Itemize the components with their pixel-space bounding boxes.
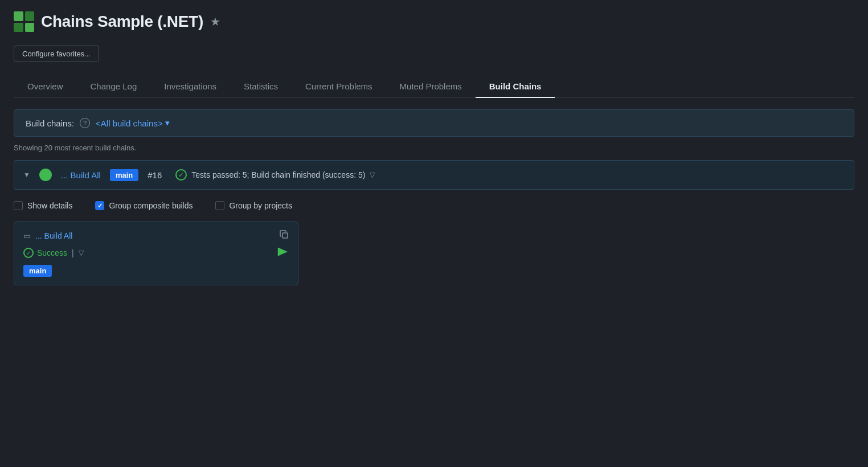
build-status-text: Tests passed: 5; Build chain finished (s… — [191, 170, 365, 179]
project-icon — [14, 11, 34, 32]
icon-cell-4 — [25, 23, 35, 32]
show-details-checkbox[interactable] — [14, 201, 23, 210]
success-check-icon: ✓ — [175, 169, 187, 181]
card-dropdown-icon[interactable]: ▽ — [79, 249, 84, 257]
card-status-text: Success — [37, 248, 67, 257]
configure-favorites-button[interactable]: Configure favorites... — [14, 46, 99, 62]
card-status: ✓ Success | ▽ — [23, 248, 84, 258]
card-status-row: ✓ Success | ▽ — [23, 247, 289, 259]
svg-rect-0 — [282, 233, 288, 238]
build-status-dot — [39, 169, 52, 181]
build-name-link[interactable]: ... Build All — [61, 170, 101, 180]
icon-cell-1 — [14, 11, 23, 21]
branch-badge[interactable]: main — [110, 169, 138, 181]
show-details-option[interactable]: Show details — [14, 201, 72, 210]
tab-overview[interactable]: Overview — [14, 76, 77, 98]
tab-build-chains[interactable]: Build Chains — [476, 76, 555, 98]
card-build-icon: ▭ — [23, 231, 31, 240]
page-header: Chains Sample (.NET) ★ — [14, 11, 854, 32]
main-content: Build chains: ? <All build chains> ▾ Sho… — [14, 98, 854, 285]
svg-marker-1 — [279, 248, 288, 256]
card-title[interactable]: ▭ ... Build All — [23, 231, 72, 240]
nav-tabs: Overview Change Log Investigations Stati… — [14, 76, 854, 98]
options-row: Show details Group composite builds Grou… — [14, 201, 854, 210]
group-by-projects-checkbox[interactable] — [215, 201, 224, 210]
icon-cell-2 — [25, 11, 35, 21]
build-chain-card: ▭ ... Build All ✓ Success | ▽ — [14, 222, 298, 285]
group-composite-option[interactable]: Group composite builds — [95, 201, 193, 210]
help-icon[interactable]: ? — [80, 118, 90, 128]
card-header: ▭ ... Build All — [23, 230, 289, 241]
dropdown-text: <All build chains> — [96, 118, 163, 128]
build-row: ▼ ... Build All main #16 ✓ Tests passed:… — [14, 160, 854, 190]
card-branch-badge[interactable]: main — [23, 265, 52, 277]
card-branch-area: main — [23, 265, 289, 277]
showing-text: Showing 20 most recent build chains. — [14, 144, 854, 152]
expand-chevron-icon[interactable]: ▼ — [23, 171, 30, 179]
tab-muted-problems[interactable]: Muted Problems — [386, 76, 476, 98]
show-details-label: Show details — [27, 201, 72, 210]
tab-statistics[interactable]: Statistics — [230, 76, 292, 98]
tab-investigations[interactable]: Investigations — [150, 76, 230, 98]
dropdown-chevron-icon: ▾ — [165, 118, 170, 128]
icon-cell-3 — [14, 23, 23, 32]
page-container: Chains Sample (.NET) ★ Configure favorit… — [0, 0, 868, 285]
tab-current-problems[interactable]: Current Problems — [292, 76, 386, 98]
group-by-projects-label: Group by projects — [229, 201, 292, 210]
build-chains-label: Build chains: — [26, 118, 74, 128]
pipe-separator: | — [72, 248, 74, 257]
group-composite-label: Group composite builds — [109, 201, 193, 210]
build-number: #16 — [148, 170, 162, 180]
build-chains-dropdown[interactable]: <All build chains> ▾ — [96, 118, 170, 128]
card-title-text: ... Build All — [35, 231, 72, 240]
page-title: Chains Sample (.NET) — [41, 13, 203, 31]
group-by-projects-option[interactable]: Group by projects — [215, 201, 292, 210]
build-status: ✓ Tests passed: 5; Build chain finished … — [175, 169, 375, 181]
card-success-icon: ✓ — [23, 248, 34, 258]
copy-icon[interactable] — [280, 230, 289, 241]
tab-changelog[interactable]: Change Log — [77, 76, 151, 98]
status-dropdown-icon[interactable]: ▽ — [370, 171, 375, 179]
favorite-star-icon[interactable]: ★ — [210, 15, 220, 28]
build-chains-bar: Build chains: ? <All build chains> ▾ — [14, 109, 854, 137]
group-composite-checkbox[interactable] — [95, 201, 104, 210]
run-build-icon[interactable] — [277, 247, 289, 259]
